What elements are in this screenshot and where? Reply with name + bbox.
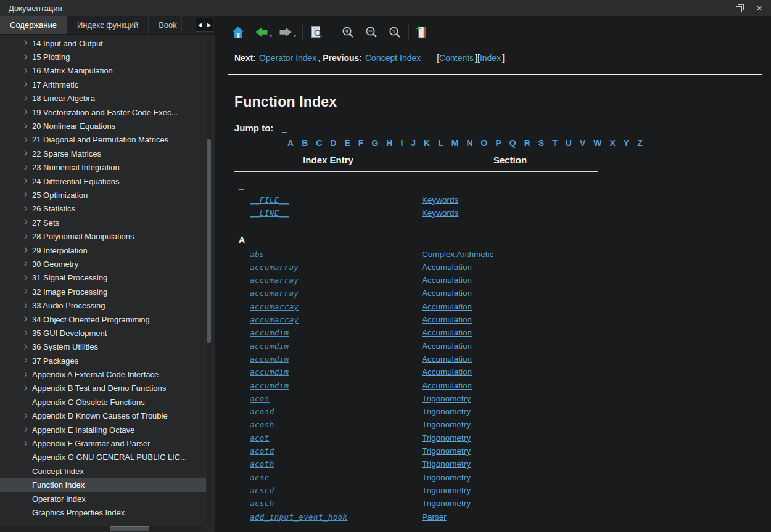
back-button[interactable]: ▾ xyxy=(254,25,272,39)
expand-chevron-icon[interactable] xyxy=(21,64,30,78)
horizontal-scrollbar-thumb[interactable] xyxy=(110,526,149,531)
section-link[interactable]: Trigonometry xyxy=(422,433,471,443)
zoom-in-button[interactable] xyxy=(340,25,355,39)
function-entry-link[interactable]: accumdim xyxy=(250,381,289,390)
expand-chevron-icon[interactable] xyxy=(21,423,30,436)
jump-letter-link[interactable]: U xyxy=(566,138,572,148)
sidebar-item[interactable]: 14 Input and Output xyxy=(0,36,206,50)
jump-letter-link[interactable]: X xyxy=(609,138,615,148)
expand-chevron-icon[interactable] xyxy=(21,174,30,188)
expand-chevron-icon[interactable] xyxy=(21,229,30,243)
jump-letter-link[interactable]: Q xyxy=(509,138,516,148)
tab-scroll-left-button[interactable]: ◀ xyxy=(196,18,204,32)
sidebar-item[interactable]: Concept Index xyxy=(0,464,206,478)
sidebar-item[interactable]: 25 Optimization xyxy=(0,188,206,202)
section-link[interactable]: Accumulation xyxy=(422,354,472,364)
section-link[interactable]: Trigonometry xyxy=(422,499,471,508)
section-link[interactable]: Accumulation xyxy=(422,302,472,311)
section-link[interactable]: Accumulation xyxy=(422,328,472,337)
expand-chevron-icon[interactable] xyxy=(21,243,30,257)
section-link[interactable]: Trigonometry xyxy=(422,486,471,495)
function-entry-link[interactable]: accumdim xyxy=(250,342,289,351)
forward-history-caret-icon[interactable]: ▾ xyxy=(294,33,296,39)
expand-chevron-icon[interactable] xyxy=(21,313,30,326)
jump-letter-link[interactable]: G xyxy=(371,138,378,148)
section-link[interactable]: Accumulation xyxy=(422,315,472,324)
jump-letter-link[interactable]: C xyxy=(316,138,322,148)
section-link[interactable]: Trigonometry xyxy=(422,459,471,469)
jump-letter-link[interactable]: O xyxy=(481,138,488,148)
expand-chevron-icon[interactable] xyxy=(21,78,30,91)
jump-letter-link[interactable]: J xyxy=(411,138,416,148)
expand-chevron-icon[interactable] xyxy=(21,271,30,285)
jump-letter-link[interactable]: M xyxy=(451,138,459,148)
function-entry-link[interactable]: acoth xyxy=(250,459,274,469)
sidebar-item[interactable]: 23 Numerical Integration xyxy=(0,161,206,174)
function-entry-link[interactable]: accumarray xyxy=(250,315,299,324)
jump-letter-link[interactable]: W xyxy=(593,138,601,148)
sidebar-item[interactable]: 21 Diagonal and Permutation Matrices xyxy=(0,133,206,147)
index-link[interactable]: Index xyxy=(480,53,501,63)
sidebar-item[interactable]: 18 Linear Algebra xyxy=(0,92,206,105)
section-link[interactable]: Keywords xyxy=(422,208,458,218)
section-link[interactable]: Complex Arithmetic xyxy=(422,250,493,259)
sidebar-item[interactable]: Function Index xyxy=(0,478,206,492)
jump-letter-link[interactable]: V xyxy=(580,138,585,148)
jump-letter-link[interactable]: L xyxy=(438,138,443,148)
section-link[interactable]: Accumulation xyxy=(422,276,472,285)
jump-letter-link[interactable]: B xyxy=(302,138,308,148)
expand-chevron-icon[interactable] xyxy=(21,161,30,174)
expand-chevron-icon[interactable] xyxy=(21,409,30,423)
function-entry-link[interactable]: abs xyxy=(250,250,265,259)
section-link[interactable]: Trigonometry xyxy=(422,407,471,416)
function-entry-link[interactable]: acos xyxy=(250,394,270,403)
sidebar-item[interactable]: 16 Matrix Manipulation xyxy=(0,64,206,78)
zoom-original-button[interactable]: 1 xyxy=(387,25,402,39)
zoom-out-button[interactable] xyxy=(364,25,379,39)
function-entry-link[interactable]: acot xyxy=(250,433,270,443)
sidebar-item[interactable]: Appendix C Obsolete Functions xyxy=(0,395,206,409)
sidebar-item[interactable]: 35 GUI Development xyxy=(0,326,206,340)
function-entry-link[interactable]: __LINE__ xyxy=(250,208,289,218)
jump-underscore-link[interactable]: _ xyxy=(282,123,287,133)
sidebar-item[interactable]: 32 Image Processing xyxy=(0,285,206,298)
expand-chevron-icon[interactable] xyxy=(21,92,30,105)
sidebar-horizontal-scrollbar[interactable] xyxy=(0,526,205,531)
jump-letter-link[interactable]: A xyxy=(287,138,294,148)
section-link[interactable]: Accumulation xyxy=(422,381,472,390)
tab-bookmarks[interactable]: Book xyxy=(149,16,182,34)
jump-letter-link[interactable]: R xyxy=(524,138,530,148)
close-button[interactable]: ✕ xyxy=(754,4,765,13)
expand-chevron-icon[interactable] xyxy=(21,133,30,147)
function-entry-link[interactable]: acsc xyxy=(250,473,270,482)
function-entry-link[interactable]: accumarray xyxy=(250,289,299,298)
section-link[interactable]: Accumulation xyxy=(422,367,472,377)
function-entry-link[interactable]: acsch xyxy=(250,499,274,508)
function-entry-link[interactable]: accumarray xyxy=(250,276,299,285)
section-link[interactable]: Trigonometry xyxy=(422,446,471,456)
sidebar-item[interactable]: 27 Sets xyxy=(0,216,206,229)
expand-chevron-icon[interactable] xyxy=(21,367,30,381)
sidebar-item[interactable]: 20 Nonlinear Equations xyxy=(0,119,206,133)
expand-chevron-icon[interactable] xyxy=(21,202,30,216)
sidebar-item[interactable]: 26 Statistics xyxy=(0,202,206,216)
sidebar-item[interactable]: 24 Differential Equations xyxy=(0,174,206,188)
section-link[interactable]: Trigonometry xyxy=(422,473,471,482)
function-entry-link[interactable]: acscd xyxy=(250,486,274,495)
function-entry-link[interactable]: acotd xyxy=(250,446,274,456)
contents-link[interactable]: Contents xyxy=(439,53,474,63)
jump-letter-link[interactable]: F xyxy=(358,138,364,148)
sidebar-item[interactable]: 28 Polynomial Manipulations xyxy=(0,229,206,243)
vertical-scrollbar-thumb[interactable] xyxy=(207,139,211,343)
expand-chevron-icon[interactable] xyxy=(21,147,30,160)
jump-letter-link[interactable]: K xyxy=(424,138,430,148)
function-entry-link[interactable]: accumarray xyxy=(250,263,299,272)
jump-letter-link[interactable]: H xyxy=(386,138,392,148)
sidebar-item[interactable]: 37 Packages xyxy=(0,354,206,367)
expand-chevron-icon[interactable] xyxy=(21,216,30,229)
jump-letter-link[interactable]: D xyxy=(330,138,336,148)
title-bar[interactable]: Документация ✕ xyxy=(0,0,771,16)
home-button[interactable] xyxy=(231,25,245,39)
sidebar-item[interactable]: 31 Signal Processing xyxy=(0,271,206,285)
function-entry-link[interactable]: add_input_event_hook xyxy=(250,512,348,522)
